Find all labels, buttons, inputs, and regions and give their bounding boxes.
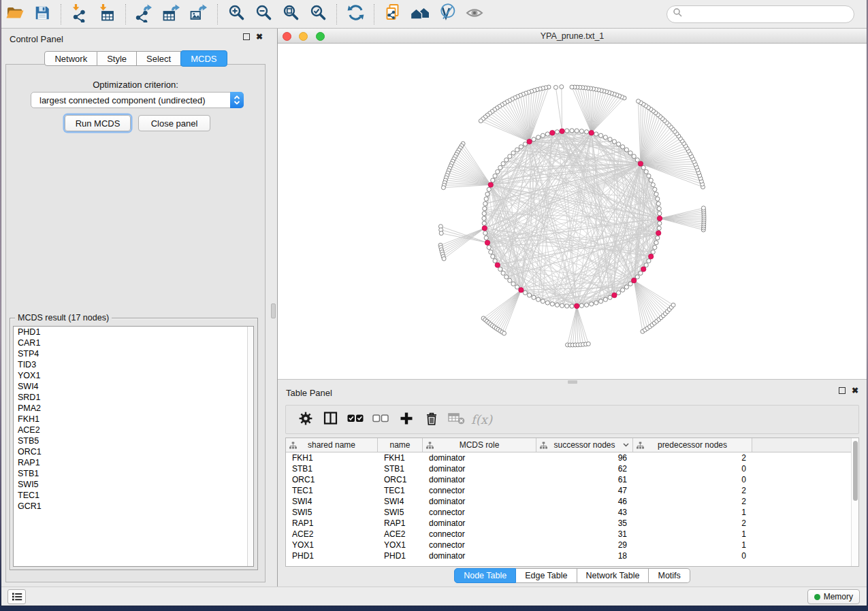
delete-table-button[interactable]	[444, 409, 469, 431]
deselect-all-icon	[372, 411, 389, 429]
select-all-button[interactable]	[343, 409, 368, 431]
export-network-button[interactable]	[131, 2, 158, 27]
tab-network[interactable]: Network	[44, 51, 97, 66]
status-bar: Memory	[1, 587, 867, 606]
table-scrollbar[interactable]	[851, 438, 858, 566]
tab-select[interactable]: Select	[137, 51, 181, 66]
import-network-button[interactable]	[66, 2, 93, 27]
desktop-background: Control Panel ✖ NetworkStyleSelectMCDS O…	[0, 0, 868, 611]
mcds-result-item[interactable]: PHD1	[14, 327, 253, 337]
mcds-result-item[interactable]: SWI4	[14, 381, 253, 392]
horizontal-splitter[interactable]	[278, 379, 867, 384]
save-session-button[interactable]	[29, 2, 56, 27]
mcds-result-item[interactable]: STP4	[14, 348, 253, 359]
network-graph[interactable]	[278, 44, 867, 379]
maximize-window-icon[interactable]	[316, 32, 325, 41]
table-row[interactable]: YOX1YOX1connector291	[286, 540, 858, 550]
import-table-button[interactable]	[93, 2, 120, 27]
vertical-splitter[interactable]	[270, 29, 278, 587]
network-canvas[interactable]	[278, 44, 867, 379]
export-image-button[interactable]	[185, 2, 212, 27]
mcds-list-scrollbar[interactable]	[247, 327, 253, 566]
mcds-result-item[interactable]: SWI5	[14, 479, 253, 490]
table-cell: SWI5	[286, 507, 378, 518]
open-session-button[interactable]	[1, 2, 29, 27]
search-input[interactable]	[683, 7, 854, 21]
mcds-result-title: MCDS result (17 nodes)	[15, 313, 112, 323]
column-header-shared-name[interactable]: shared name	[286, 438, 378, 452]
tab-node-table[interactable]: Node Table	[454, 568, 516, 583]
table-row[interactable]: RAP1RAP1dominator352	[286, 518, 858, 529]
close-table-panel-icon[interactable]: ✖	[852, 387, 858, 394]
mcds-result-item[interactable]: CAR1	[14, 337, 253, 348]
criterion-dropdown[interactable]: largest connected component (undirected)	[31, 92, 244, 108]
minimize-window-icon[interactable]	[299, 32, 308, 41]
close-panel-button[interactable]: Close panel	[138, 115, 210, 131]
mcds-result-item[interactable]: TEC1	[14, 490, 253, 501]
toggle-panel-button[interactable]	[318, 409, 343, 431]
table-scrollbar-thumb[interactable]	[853, 441, 858, 501]
tab-edge-table[interactable]: Edge Table	[516, 568, 577, 583]
share-document-button[interactable]	[379, 2, 406, 27]
column-header-predecessor-nodes[interactable]: predecessor nodes	[633, 438, 752, 452]
mcds-result-item[interactable]: SRD1	[14, 392, 253, 403]
zoom-fit-button[interactable]	[277, 2, 304, 27]
mcds-result-item[interactable]: ACE2	[14, 425, 253, 435]
table-row[interactable]: TEC1TEC1connector472	[286, 485, 858, 496]
table-header-row: shared namenameMCDS rolesuccessor nodesp…	[286, 438, 858, 452]
tab-network-table[interactable]: Network Table	[577, 568, 649, 583]
zoom-in-button[interactable]	[223, 2, 250, 27]
zoom-out-button[interactable]	[250, 2, 277, 27]
table-row[interactable]: SWI5SWI5connector431	[286, 507, 858, 518]
mcds-result-item[interactable]: YOX1	[14, 370, 253, 381]
settings-gear-button[interactable]	[293, 409, 318, 431]
table-row[interactable]: ORC1ORC1dominator610	[286, 474, 858, 485]
show-panels-button[interactable]	[7, 589, 26, 604]
column-header-MCDS-role[interactable]: MCDS role	[423, 438, 536, 452]
zoom-selected-button[interactable]	[304, 2, 332, 27]
memory-status-icon	[814, 594, 820, 600]
mcds-result-item[interactable]: TID3	[14, 359, 253, 370]
table-row[interactable]: PHD1PHD1dominator180	[286, 550, 858, 561]
table-row[interactable]: ACE2ACE2connector311	[286, 529, 858, 540]
tab-motifs[interactable]: Motifs	[649, 568, 690, 583]
column-header-name[interactable]: name	[378, 438, 423, 452]
search-box[interactable]	[666, 5, 854, 23]
vertical-splitter-grip[interactable]	[271, 303, 276, 318]
column-header-successor-nodes[interactable]: successor nodes	[536, 438, 633, 452]
close-panel-icon[interactable]: ✖	[256, 33, 263, 40]
mcds-result-item[interactable]: FKH1	[14, 414, 253, 425]
mcds-result-item[interactable]: RAP1	[14, 457, 253, 468]
tab-mcds[interactable]: MCDS	[180, 50, 227, 67]
show-graphics-details-button[interactable]	[461, 2, 488, 27]
float-table-panel-icon[interactable]	[839, 387, 846, 394]
table-row[interactable]: STB1STB1dominator620	[286, 463, 858, 474]
hide-graphics-details-icon	[438, 3, 457, 25]
export-table-button[interactable]	[158, 2, 185, 27]
table-row[interactable]: SWI4SWI4dominator462	[286, 496, 858, 507]
mcds-result-list[interactable]: PHD1CAR1STP4TID3YOX1SWI4SRD1PMA2FKH1ACE2…	[13, 326, 254, 567]
main-toolbar	[1, 0, 867, 29]
mcds-result-item[interactable]: STB5	[14, 435, 253, 446]
open-session-icon	[5, 3, 25, 25]
close-window-icon[interactable]	[283, 32, 291, 41]
float-panel-icon[interactable]	[243, 33, 250, 40]
function-builder-button[interactable]: f(x)	[469, 409, 494, 431]
mcds-result-item[interactable]: GCR1	[14, 501, 253, 512]
memory-button[interactable]: Memory	[807, 589, 860, 604]
mcds-result-item[interactable]: STB1	[14, 468, 253, 479]
deselect-all-button[interactable]	[368, 409, 393, 431]
mcds-result-item[interactable]: ORC1	[14, 446, 253, 457]
tab-style[interactable]: Style	[97, 51, 137, 66]
toolbar-separator	[336, 4, 337, 24]
network-home-button[interactable]	[406, 2, 434, 27]
add-column-button[interactable]	[393, 409, 419, 431]
table-row[interactable]: FKH1FKH1dominator962	[286, 452, 858, 463]
run-mcds-button[interactable]: Run MCDS	[65, 115, 131, 131]
mcds-result-item[interactable]: PMA2	[14, 403, 253, 414]
hide-graphics-details-button[interactable]	[434, 2, 461, 27]
node-table: shared namenameMCDS rolesuccessor nodesp…	[285, 437, 859, 567]
delete-column-button[interactable]	[419, 409, 444, 431]
refresh-button[interactable]	[342, 2, 369, 27]
table-cell: 62	[536, 463, 633, 474]
